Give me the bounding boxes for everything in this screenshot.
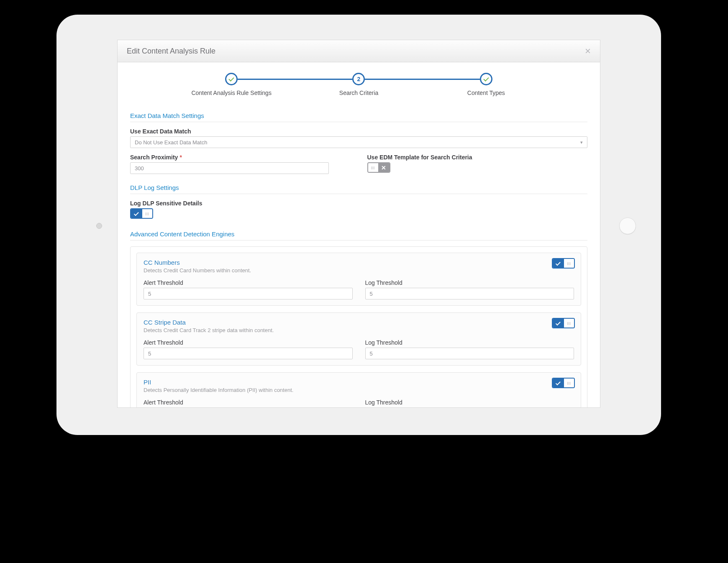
search-proximity-label: Search Proximity *	[130, 154, 351, 161]
log-dlp-label: Log DLP Sensitive Details	[130, 200, 587, 207]
alert-threshold-label: Alert Threshold	[144, 279, 353, 286]
engine-description: Detects Personally Identifiable Informat…	[144, 387, 574, 393]
engine-toggle[interactable]	[552, 318, 575, 328]
engine-title: PII	[144, 379, 574, 386]
step-1[interactable]: Content Analysis Rule Settings	[168, 73, 295, 96]
engine-description: Detects Credit Card Track 2 stripe data …	[144, 327, 574, 333]
tablet-frame: Edit Content Analysis Rule × Content Ana…	[56, 15, 661, 435]
engine-cc-stripe: CC Stripe Data Detects Credit Card Track…	[136, 312, 581, 366]
tablet-home-button[interactable]	[619, 218, 636, 234]
log-dlp-label-text: Log DLP Sensitive Details	[130, 200, 202, 207]
alert-threshold-value: 5	[148, 351, 151, 357]
step-connector	[238, 79, 352, 80]
log-threshold-value: 5	[370, 291, 373, 297]
engine-toggle[interactable]	[552, 258, 575, 269]
alert-threshold-label: Alert Threshold	[144, 399, 353, 406]
engine-pii: PII Detects Personally Identifiable Info…	[136, 372, 581, 408]
edm-template-label-text: Use EDM Template for Search Criteria	[367, 154, 472, 161]
required-asterisk: *	[179, 154, 182, 161]
toggle-handle-icon	[564, 319, 574, 328]
alert-threshold-input[interactable]: 5	[144, 288, 353, 299]
search-proximity-input[interactable]: 300	[130, 162, 329, 174]
log-dlp-toggle[interactable]	[130, 208, 153, 219]
use-edm-label: Use Exact Data Match	[130, 128, 587, 135]
check-icon	[553, 259, 564, 268]
search-proximity-label-text: Search Proximity	[130, 154, 178, 161]
toggle-handle-icon	[368, 163, 378, 172]
use-edm-select-value: Do Not Use Exact Data Match	[135, 139, 207, 146]
section-dlp-title: DLP Log Settings	[130, 180, 587, 194]
modal-body: Exact Data Match Settings Use Exact Data…	[118, 100, 600, 408]
log-threshold-input[interactable]: 5	[365, 288, 574, 299]
use-edm-select[interactable]: Do Not Use Exact Data Match	[130, 136, 587, 148]
step-1-circle	[225, 73, 238, 85]
step-3-circle	[480, 73, 492, 85]
toggle-handle-icon	[564, 259, 574, 268]
wizard-stepper: Content Analysis Rule Settings 2 Search …	[118, 62, 600, 100]
engine-description: Detects Credit Card Numbers within conte…	[144, 267, 574, 274]
step-2-circle: 2	[352, 73, 365, 85]
engine-toggle[interactable]	[552, 378, 575, 388]
step-2[interactable]: 2 Search Criteria	[295, 73, 422, 96]
step-3-label: Content Types	[467, 90, 505, 96]
search-proximity-value: 300	[135, 165, 144, 171]
step-1-label: Content Analysis Rule Settings	[191, 90, 271, 96]
engine-cc-numbers: CC Numbers Detects Credit Card Numbers w…	[136, 253, 581, 306]
alert-threshold-value: 5	[148, 291, 151, 297]
engines-container: CC Numbers Detects Credit Card Numbers w…	[130, 246, 587, 408]
step-2-label: Search Criteria	[339, 90, 378, 96]
check-icon	[131, 209, 142, 218]
use-edm-label-text: Use Exact Data Match	[130, 128, 191, 135]
modal-header: Edit Content Analysis Rule ×	[118, 40, 600, 62]
engine-title: CC Stripe Data	[144, 319, 574, 326]
check-icon	[553, 319, 564, 328]
log-threshold-input[interactable]: 5	[365, 348, 574, 359]
log-threshold-label: Log Threshold	[365, 279, 574, 286]
tablet-camera	[96, 223, 102, 229]
modal-window: Edit Content Analysis Rule × Content Ana…	[117, 40, 600, 408]
toggle-x-icon: ✕	[378, 163, 390, 172]
step-3[interactable]: Content Types	[423, 73, 550, 96]
engine-title: CC Numbers	[144, 259, 574, 266]
log-threshold-label: Log Threshold	[365, 399, 574, 406]
edm-template-toggle[interactable]: ✕	[367, 162, 390, 173]
modal-title: Edit Content Analysis Rule	[127, 47, 215, 56]
section-edm-title: Exact Data Match Settings	[130, 108, 587, 122]
log-threshold-label: Log Threshold	[365, 339, 574, 346]
toggle-handle-icon	[142, 209, 152, 218]
log-threshold-value: 5	[370, 351, 373, 357]
step-connector	[365, 79, 479, 80]
alert-threshold-label: Alert Threshold	[144, 339, 353, 346]
section-engines-title: Advanced Content Detection Engines	[130, 226, 587, 241]
check-icon	[553, 379, 564, 387]
alert-threshold-input[interactable]: 5	[144, 348, 353, 359]
close-icon[interactable]: ×	[585, 46, 591, 56]
toggle-handle-icon	[564, 379, 574, 387]
edm-template-label: Use EDM Template for Search Criteria	[367, 154, 588, 161]
